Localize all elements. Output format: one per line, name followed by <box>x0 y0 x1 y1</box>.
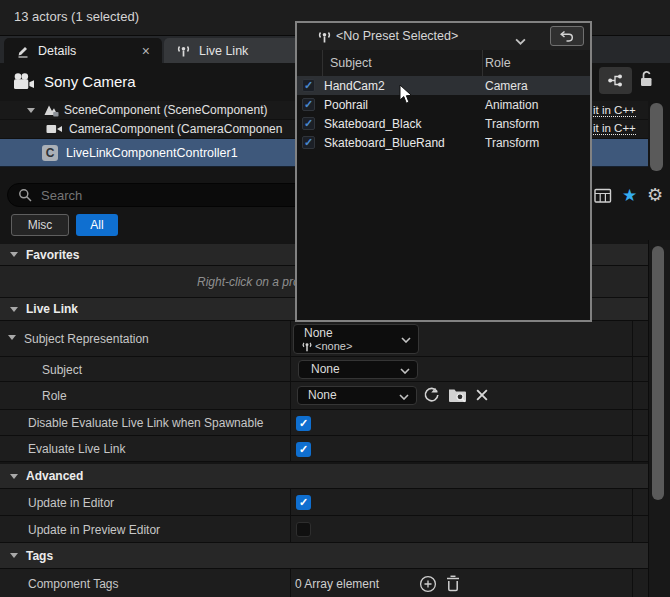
actor-name-title: Sony Camera <box>44 73 136 90</box>
cine-camera-icon <box>12 72 36 92</box>
camera-component-icon <box>46 123 63 135</box>
chevron-down-icon[interactable] <box>515 34 526 48</box>
tree-label-scene-component: SceneComponent (SceneComponent) <box>64 103 267 117</box>
subjects-table-header: Subject Role <box>297 50 590 77</box>
subject-enabled-checkbox[interactable]: ✓ <box>302 136 315 149</box>
subject-enabled-checkbox[interactable]: ✓ <box>302 98 315 111</box>
edit-in-cpp-link-2[interactable]: it in C++ <box>593 122 636 135</box>
check-icon: ✓ <box>304 136 313 149</box>
check-icon: ✓ <box>299 443 308 456</box>
livelink-controller-icon: C <box>42 145 58 161</box>
update-in-editor-label: Update in Editor <box>28 496 114 510</box>
subject-role: Transform <box>485 117 539 131</box>
blueprint-hierarchy-button[interactable] <box>599 67 632 94</box>
update-in-preview-checkbox[interactable] <box>296 522 311 537</box>
row-subject: Subject None <box>0 357 648 382</box>
mouse-cursor <box>399 84 413 108</box>
subject-row-poohrail[interactable]: ✓ Poohrail Animation <box>297 95 590 114</box>
subject-row-skateboard-bluerand[interactable]: ✓ Skateboard_BlueRand Transform <box>297 133 590 152</box>
undo-arrow-icon <box>559 30 575 42</box>
check-icon: ✓ <box>299 496 308 509</box>
display-settings-grid-icon[interactable] <box>594 188 612 204</box>
reset-preset-button[interactable] <box>550 26 584 46</box>
evaluate-live-link-checkbox[interactable]: ✓ <box>296 442 311 457</box>
tab-details-label: Details <box>38 44 76 58</box>
filter-misc-button[interactable]: Misc <box>11 214 69 236</box>
evaluate-live-link-label: Evaluate Live Link <box>28 442 125 456</box>
tab-live-link[interactable]: Live Link <box>164 38 302 63</box>
update-in-preview-label: Update in Preview Editor <box>28 523 160 537</box>
favorites-hint-text: Right-click on a pro <box>197 275 300 289</box>
row-evaluate-live-link: Evaluate Live Link ✓ <box>0 436 648 462</box>
caret-down-icon <box>10 252 18 257</box>
live-link-subjects-popup: <No Preset Selected> Subject Role ✓ Hand… <box>295 21 592 322</box>
check-icon: ✓ <box>304 98 313 111</box>
row-update-in-editor: Update in Editor ✓ <box>0 489 648 516</box>
role-dropdown[interactable]: None <box>297 386 417 405</box>
subject-row-handcam2[interactable]: ✓ HandCam2 Camera <box>297 76 590 95</box>
category-tags[interactable]: Tags <box>0 543 648 569</box>
subject-row-skateboard-black[interactable]: ✓ Skateboard_Black Transform <box>297 114 590 133</box>
node-graph-icon <box>606 72 625 89</box>
subject-role: Animation <box>485 98 538 112</box>
tree-label-livelink-controller: LiveLinkComponentController1 <box>66 146 238 160</box>
row-subject-representation: Subject Representation None <none> <box>0 321 648 357</box>
category-advanced[interactable]: Advanced <box>0 464 648 489</box>
scene-component-icon <box>43 103 59 117</box>
use-selected-asset-icon[interactable] <box>423 387 440 403</box>
caret-down-icon[interactable] <box>8 335 16 340</box>
row-disable-evaluate: Disable Evaluate Live Link when Spawnabl… <box>0 410 648 436</box>
filter-misc-label: Misc <box>28 218 53 232</box>
add-array-element-icon[interactable] <box>419 575 437 593</box>
delete-array-trash-icon[interactable] <box>445 575 461 592</box>
update-in-editor-checkbox[interactable]: ✓ <box>296 495 311 510</box>
subject-representation-dropdown[interactable]: None <none> <box>293 324 419 354</box>
row-update-in-preview: Update in Preview Editor <box>0 516 648 543</box>
chevron-down-icon <box>400 363 410 377</box>
preset-picker-bar[interactable]: <No Preset Selected> <box>297 23 590 51</box>
role-value: None <box>308 388 337 402</box>
role-label: Role <box>42 389 67 403</box>
browse-to-asset-folder-icon[interactable] <box>448 387 467 403</box>
caret-down-icon[interactable] <box>27 108 35 113</box>
column-header-subject[interactable]: Subject <box>330 56 372 70</box>
component-tags-label: Component Tags <box>28 577 119 591</box>
check-icon: ✓ <box>304 117 313 130</box>
search-icon <box>18 188 32 202</box>
disable-evaluate-checkbox[interactable]: ✓ <box>296 416 311 431</box>
filter-all-button[interactable]: All <box>76 214 118 236</box>
subject-name: Skateboard_BlueRand <box>324 136 445 150</box>
unlock-icon[interactable] <box>638 69 655 89</box>
tab-details[interactable]: Details × <box>4 38 162 63</box>
category-advanced-label: Advanced <box>26 469 83 483</box>
main-scrollbar-thumb[interactable] <box>652 246 664 500</box>
edit-in-cpp-link-1[interactable]: it in C++ <box>593 104 636 117</box>
tree-scrollbar-thumb[interactable] <box>650 103 663 171</box>
live-link-antenna-icon <box>317 30 332 44</box>
actor-count-status: 13 actors (1 selected) <box>14 9 139 24</box>
subject-enabled-checkbox[interactable]: ✓ <box>302 79 315 92</box>
settings-gear-icon[interactable]: ⚙ <box>647 184 663 206</box>
subject-name: HandCam2 <box>324 79 385 93</box>
subject-enabled-checkbox[interactable]: ✓ <box>302 117 315 130</box>
clear-asset-x-icon[interactable] <box>475 388 489 402</box>
column-header-role[interactable]: Role <box>485 56 511 70</box>
subject-value: None <box>311 362 340 376</box>
tab-live-link-label: Live Link <box>199 44 248 58</box>
chevron-down-icon <box>399 389 409 403</box>
category-tags-label: Tags <box>26 549 53 563</box>
row-role: Role None <box>0 382 648 410</box>
live-link-antenna-icon <box>301 341 313 352</box>
caret-down-icon <box>10 474 18 479</box>
tab-close-icon[interactable]: × <box>142 43 150 59</box>
preset-selected-label: <No Preset Selected> <box>336 29 458 43</box>
category-live-link-label: Live Link <box>26 302 78 316</box>
tree-label-camera-component: CameraComponent (CameraComponen <box>69 122 282 136</box>
caret-down-icon <box>10 307 18 312</box>
subject-role: Camera <box>485 79 528 93</box>
favorites-star-icon[interactable]: ★ <box>622 185 637 206</box>
row-component-tags: Component Tags 0 Array element <box>0 569 648 597</box>
subject-dropdown[interactable]: None <box>298 360 418 379</box>
category-favorites-label: Favorites <box>26 248 79 262</box>
component-tags-count: 0 Array element <box>295 577 379 591</box>
